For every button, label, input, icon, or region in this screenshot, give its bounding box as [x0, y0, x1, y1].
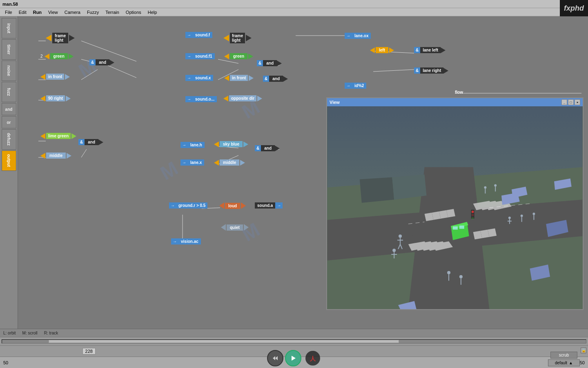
svg-point-74 [459, 275, 463, 278]
svg-point-68 [484, 186, 486, 188]
scrollbar-thumb[interactable] [49, 340, 399, 343]
node-sound-f-label: sound.f [193, 32, 212, 38]
node-lane-h[interactable]: → lane.h [180, 142, 205, 148]
svg-point-70 [494, 184, 497, 186]
play-button[interactable] [285, 350, 301, 366]
node-ground-r[interactable]: → ground.r > 0.5 [169, 202, 207, 209]
mode-arrow: ▲ [569, 361, 573, 365]
node-sound-opp[interactable]: → sound.o... [185, 96, 217, 102]
svg-point-51 [472, 214, 474, 216]
node-vision-ac[interactable]: → vision.ac [171, 238, 201, 245]
view-close[interactable]: × [575, 99, 580, 105]
sidebar-noise[interactable]: noise [2, 61, 16, 81]
scrub-button[interactable]: scrub [550, 352, 577, 359]
menu-terrain[interactable]: Terrain [102, 9, 122, 16]
node-infront-label-1: in front [46, 74, 64, 80]
svg-text:人: 人 [310, 355, 316, 362]
node-green-1[interactable]: 2 green [40, 53, 74, 59]
node-middle-label-2: middle [220, 159, 239, 166]
svg-rect-48 [459, 226, 464, 229]
scrollbar-track[interactable] [2, 339, 586, 343]
sidebar-or[interactable]: or [2, 116, 16, 128]
node-sound-x[interactable]: → sound.x [185, 75, 213, 81]
lock-button[interactable]: 🔒 [581, 348, 586, 353]
node-and-label-6: and [261, 145, 275, 151]
menu-edit[interactable]: Edit [16, 9, 30, 16]
node-opposite-dir[interactable]: opposite dir [223, 95, 262, 101]
svg-line-13 [373, 70, 414, 72]
intersection-scene [327, 106, 583, 309]
sidebar-input[interactable]: input [2, 18, 16, 38]
mode-select[interactable]: default ▲ [548, 359, 580, 366]
node-flow-label: flow [455, 90, 463, 94]
node-90right[interactable]: 90 right [40, 95, 71, 101]
svg-point-53 [399, 234, 402, 238]
rewind-button[interactable] [267, 350, 283, 366]
node-sound-opp-label: sound.o... [193, 96, 217, 102]
node-and-label-5: and [269, 76, 283, 82]
brand-logo: 人 [305, 350, 321, 366]
svg-marker-84 [360, 177, 394, 203]
node-infront-2[interactable]: in front [224, 75, 254, 81]
node-and-3[interactable]: & and [78, 139, 103, 145]
node-quiet-label: quiet [227, 224, 243, 231]
menu-view[interactable]: View [45, 9, 61, 16]
node-sound-a[interactable]: sound.a → [255, 202, 283, 209]
node-lane-ox[interactable]: → lane.ox [345, 33, 371, 39]
node-90right-label: 90 right [46, 95, 65, 101]
svg-marker-86 [273, 356, 275, 360]
sidebar-output[interactable]: output [2, 150, 16, 171]
menu-help[interactable]: Help [145, 9, 160, 16]
node-lime-green[interactable]: lime green [40, 133, 76, 139]
node-loud-label: loud [225, 203, 240, 209]
node-infront-1[interactable]: in front [40, 74, 70, 80]
svg-point-72 [447, 271, 450, 274]
view-content [327, 106, 583, 309]
node-green-2[interactable]: green [224, 53, 253, 59]
node-frame-light-2[interactable]: framelight [223, 33, 252, 43]
sidebar-fuzz[interactable]: fuzz [2, 82, 16, 102]
node-ground-r-label: ground.r > 0.5 [176, 202, 207, 209]
node-id-mod[interactable]: → id%2 [345, 83, 366, 89]
node-loud[interactable]: loud [219, 202, 246, 209]
menu-camera[interactable]: Camera [61, 9, 84, 16]
node-and-4[interactable]: & and [257, 60, 282, 66]
node-lime-label: lime green [46, 133, 71, 139]
node-sound-f[interactable]: → sound.f [185, 32, 212, 38]
sidebar-defuzz[interactable]: defuzz [2, 129, 16, 150]
timeline-marker[interactable]: 228 [82, 348, 96, 355]
node-and-label-4: and [263, 60, 277, 66]
node-frame-light-1[interactable]: framelight [46, 33, 75, 43]
node-green-label-1: green [50, 53, 68, 59]
node-lane-x[interactable]: → lane.x [180, 159, 204, 166]
scrollbar-area[interactable] [0, 337, 588, 345]
node-middle-1[interactable]: middle [40, 153, 71, 159]
node-sky-blue[interactable]: sky blue [214, 141, 248, 147]
node-canvas[interactable]: M M M M [18, 16, 588, 329]
node-and-1[interactable]: & and [89, 59, 114, 65]
svg-line-2 [108, 65, 136, 78]
node-lane-left[interactable]: & lane left [414, 47, 445, 53]
menu-run[interactable]: Run [30, 9, 45, 16]
menu-fuzzy[interactable]: Fuzzy [84, 9, 102, 16]
node-sky-blue-label: sky blue [220, 141, 243, 147]
node-lane-right[interactable]: & lane right [414, 67, 448, 74]
node-sound-x-label: sound.x [193, 75, 213, 81]
node-sound-f1[interactable]: → sound.f1 [185, 53, 215, 59]
view-maximize[interactable]: □ [568, 99, 574, 105]
node-middle-label-1: middle [46, 153, 66, 159]
node-and-5[interactable]: & and [263, 76, 288, 82]
sidebar-and[interactable]: and [2, 103, 16, 115]
node-left[interactable]: left [370, 47, 394, 53]
node-lane-x-label: lane.x [188, 159, 204, 166]
node-and-6[interactable]: & and [255, 145, 280, 151]
node-vision-ac-label: vision.ac [178, 238, 201, 245]
orbit-hint: L: orbit [3, 331, 16, 335]
menu-file[interactable]: File [2, 9, 16, 16]
node-quiet[interactable]: quiet [221, 224, 249, 231]
svg-marker-88 [292, 356, 296, 361]
view-minimize[interactable]: _ [561, 99, 567, 105]
menu-options[interactable]: Options [122, 9, 145, 16]
sidebar-timer[interactable]: timer [2, 39, 16, 60]
node-middle-2[interactable]: middle [214, 159, 245, 166]
